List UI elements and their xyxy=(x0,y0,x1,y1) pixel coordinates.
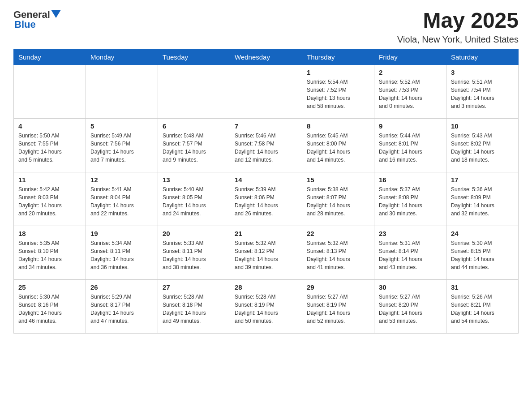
calendar-week-row: 25Sunrise: 5:30 AM Sunset: 8:16 PM Dayli… xyxy=(14,279,519,333)
calendar-cell: 4Sunrise: 5:50 AM Sunset: 7:55 PM Daylig… xyxy=(14,118,86,172)
calendar-cell xyxy=(230,64,302,118)
day-info: Sunrise: 5:44 AM Sunset: 8:01 PM Dayligh… xyxy=(379,132,442,164)
logo: General Blue xyxy=(13,9,61,30)
calendar-cell: 29Sunrise: 5:27 AM Sunset: 8:19 PM Dayli… xyxy=(302,279,374,333)
calendar-week-row: 11Sunrise: 5:42 AM Sunset: 8:03 PM Dayli… xyxy=(14,172,519,226)
calendar-week-row: 4Sunrise: 5:50 AM Sunset: 7:55 PM Daylig… xyxy=(14,118,519,172)
calendar-table: SundayMondayTuesdayWednesdayThursdayFrid… xyxy=(13,49,519,334)
day-info: Sunrise: 5:29 AM Sunset: 8:17 PM Dayligh… xyxy=(90,293,153,325)
month-title: May 2025 xyxy=(397,9,519,33)
day-info: Sunrise: 5:49 AM Sunset: 7:56 PM Dayligh… xyxy=(90,132,153,164)
calendar-cell: 30Sunrise: 5:27 AM Sunset: 8:20 PM Dayli… xyxy=(374,279,446,333)
day-number: 4 xyxy=(18,122,81,130)
day-info: Sunrise: 5:38 AM Sunset: 8:07 PM Dayligh… xyxy=(307,185,369,218)
calendar-cell: 28Sunrise: 5:28 AM Sunset: 8:19 PM Dayli… xyxy=(230,279,302,333)
calendar-header-thursday: Thursday xyxy=(302,49,374,64)
day-info: Sunrise: 5:28 AM Sunset: 8:18 PM Dayligh… xyxy=(163,293,225,325)
location: Viola, New York, United States xyxy=(397,34,519,45)
calendar-cell: 17Sunrise: 5:36 AM Sunset: 8:09 PM Dayli… xyxy=(446,172,519,226)
calendar-cell: 8Sunrise: 5:45 AM Sunset: 8:00 PM Daylig… xyxy=(302,118,374,172)
day-number: 13 xyxy=(163,176,225,184)
calendar-cell: 25Sunrise: 5:30 AM Sunset: 8:16 PM Dayli… xyxy=(14,279,86,333)
day-number: 21 xyxy=(235,230,297,237)
day-info: Sunrise: 5:50 AM Sunset: 7:55 PM Dayligh… xyxy=(18,132,81,164)
day-number: 5 xyxy=(90,122,153,130)
day-info: Sunrise: 5:28 AM Sunset: 8:19 PM Dayligh… xyxy=(235,293,297,325)
calendar-header-saturday: Saturday xyxy=(446,49,519,64)
calendar-cell: 26Sunrise: 5:29 AM Sunset: 8:17 PM Dayli… xyxy=(86,279,158,333)
calendar-cell: 7Sunrise: 5:46 AM Sunset: 7:58 PM Daylig… xyxy=(230,118,302,172)
day-number: 3 xyxy=(451,68,514,76)
day-number: 23 xyxy=(379,230,442,237)
day-info: Sunrise: 5:26 AM Sunset: 8:21 PM Dayligh… xyxy=(451,293,514,325)
calendar-week-row: 1Sunrise: 5:54 AM Sunset: 7:52 PM Daylig… xyxy=(14,64,519,118)
calendar-cell: 18Sunrise: 5:35 AM Sunset: 8:10 PM Dayli… xyxy=(14,226,86,279)
calendar-header-monday: Monday xyxy=(86,49,158,64)
day-info: Sunrise: 5:27 AM Sunset: 8:19 PM Dayligh… xyxy=(307,293,369,325)
day-number: 31 xyxy=(451,283,514,291)
calendar-cell: 31Sunrise: 5:26 AM Sunset: 8:21 PM Dayli… xyxy=(446,279,519,333)
calendar-cell xyxy=(158,64,230,118)
day-info: Sunrise: 5:35 AM Sunset: 8:10 PM Dayligh… xyxy=(18,239,81,271)
day-number: 15 xyxy=(307,176,369,184)
day-info: Sunrise: 5:42 AM Sunset: 8:03 PM Dayligh… xyxy=(18,185,81,218)
day-info: Sunrise: 5:27 AM Sunset: 8:20 PM Dayligh… xyxy=(379,293,442,325)
calendar-cell: 16Sunrise: 5:37 AM Sunset: 8:08 PM Dayli… xyxy=(374,172,446,226)
calendar-cell: 6Sunrise: 5:48 AM Sunset: 7:57 PM Daylig… xyxy=(158,118,230,172)
day-info: Sunrise: 5:39 AM Sunset: 8:06 PM Dayligh… xyxy=(235,185,297,218)
calendar-header-tuesday: Tuesday xyxy=(158,49,230,64)
calendar-header-row: SundayMondayTuesdayWednesdayThursdayFrid… xyxy=(14,49,519,64)
day-number: 14 xyxy=(235,176,297,184)
calendar-cell: 19Sunrise: 5:34 AM Sunset: 8:11 PM Dayli… xyxy=(86,226,158,279)
day-info: Sunrise: 5:52 AM Sunset: 7:53 PM Dayligh… xyxy=(379,78,442,110)
day-number: 2 xyxy=(379,68,442,76)
day-number: 17 xyxy=(451,176,514,184)
logo-blue: Blue xyxy=(13,19,61,30)
day-info: Sunrise: 5:31 AM Sunset: 8:14 PM Dayligh… xyxy=(379,239,442,271)
day-number: 22 xyxy=(307,230,369,237)
day-number: 7 xyxy=(235,122,297,130)
day-number: 6 xyxy=(163,122,225,130)
calendar-cell: 21Sunrise: 5:32 AM Sunset: 8:12 PM Dayli… xyxy=(230,226,302,279)
day-number: 19 xyxy=(90,230,153,237)
day-info: Sunrise: 5:36 AM Sunset: 8:09 PM Dayligh… xyxy=(451,185,514,218)
day-number: 8 xyxy=(307,122,369,130)
calendar-header-wednesday: Wednesday xyxy=(230,49,302,64)
day-number: 20 xyxy=(163,230,225,237)
calendar-cell: 10Sunrise: 5:43 AM Sunset: 8:02 PM Dayli… xyxy=(446,118,519,172)
day-number: 24 xyxy=(451,230,514,237)
calendar-cell: 5Sunrise: 5:49 AM Sunset: 7:56 PM Daylig… xyxy=(86,118,158,172)
day-number: 29 xyxy=(307,283,369,291)
day-number: 26 xyxy=(90,283,153,291)
day-info: Sunrise: 5:37 AM Sunset: 8:08 PM Dayligh… xyxy=(379,185,442,218)
calendar-cell xyxy=(86,64,158,118)
day-number: 1 xyxy=(307,68,369,76)
day-info: Sunrise: 5:46 AM Sunset: 7:58 PM Dayligh… xyxy=(235,132,297,164)
calendar-cell: 12Sunrise: 5:41 AM Sunset: 8:04 PM Dayli… xyxy=(86,172,158,226)
day-info: Sunrise: 5:43 AM Sunset: 8:02 PM Dayligh… xyxy=(451,132,514,164)
day-info: Sunrise: 5:30 AM Sunset: 8:16 PM Dayligh… xyxy=(18,293,81,325)
calendar-cell: 14Sunrise: 5:39 AM Sunset: 8:06 PM Dayli… xyxy=(230,172,302,226)
day-info: Sunrise: 5:30 AM Sunset: 8:15 PM Dayligh… xyxy=(451,239,514,271)
calendar-cell: 9Sunrise: 5:44 AM Sunset: 8:01 PM Daylig… xyxy=(374,118,446,172)
calendar-cell: 11Sunrise: 5:42 AM Sunset: 8:03 PM Dayli… xyxy=(14,172,86,226)
day-info: Sunrise: 5:32 AM Sunset: 8:12 PM Dayligh… xyxy=(235,239,297,271)
calendar-header-sunday: Sunday xyxy=(14,49,86,64)
day-number: 10 xyxy=(451,122,514,130)
calendar-cell: 13Sunrise: 5:40 AM Sunset: 8:05 PM Dayli… xyxy=(158,172,230,226)
day-number: 12 xyxy=(90,176,153,184)
day-info: Sunrise: 5:40 AM Sunset: 8:05 PM Dayligh… xyxy=(163,185,225,218)
title-section: May 2025 Viola, New York, United States xyxy=(397,9,519,45)
calendar-cell xyxy=(14,64,86,118)
day-info: Sunrise: 5:32 AM Sunset: 8:13 PM Dayligh… xyxy=(307,239,369,271)
day-info: Sunrise: 5:34 AM Sunset: 8:11 PM Dayligh… xyxy=(90,239,153,271)
calendar-cell: 20Sunrise: 5:33 AM Sunset: 8:11 PM Dayli… xyxy=(158,226,230,279)
day-number: 11 xyxy=(18,176,81,184)
calendar-cell: 23Sunrise: 5:31 AM Sunset: 8:14 PM Dayli… xyxy=(374,226,446,279)
day-number: 27 xyxy=(163,283,225,291)
day-number: 30 xyxy=(379,283,442,291)
calendar-cell: 27Sunrise: 5:28 AM Sunset: 8:18 PM Dayli… xyxy=(158,279,230,333)
day-info: Sunrise: 5:48 AM Sunset: 7:57 PM Dayligh… xyxy=(163,132,225,164)
day-info: Sunrise: 5:45 AM Sunset: 8:00 PM Dayligh… xyxy=(307,132,369,164)
day-number: 16 xyxy=(379,176,442,184)
